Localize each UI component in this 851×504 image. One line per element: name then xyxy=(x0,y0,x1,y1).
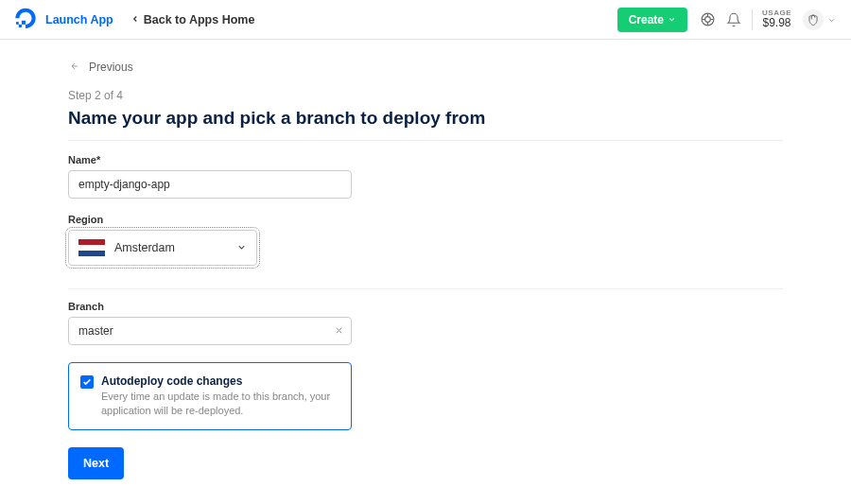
divider xyxy=(68,288,783,289)
launch-app-link[interactable]: Launch App xyxy=(45,13,113,26)
back-to-apps-home-link[interactable]: Back to Apps Home xyxy=(130,13,255,26)
svg-point-1 xyxy=(704,17,710,23)
usage-amount: $9.98 xyxy=(762,17,791,29)
digitalocean-logo-icon xyxy=(15,8,36,32)
arrow-left-icon xyxy=(68,61,81,74)
main-content: Previous Step 2 of 4 Name your app and p… xyxy=(0,40,851,500)
divider xyxy=(68,140,783,141)
clear-branch-icon[interactable] xyxy=(334,322,344,339)
chevron-down-icon xyxy=(668,13,676,26)
autodeploy-checkbox[interactable] xyxy=(80,375,94,389)
name-field-label: Name* xyxy=(68,154,783,165)
next-button-label: Next xyxy=(83,457,109,470)
app-name-input[interactable] xyxy=(68,170,352,199)
next-button[interactable]: Next xyxy=(68,447,124,479)
autodeploy-title: Autodeploy code changes xyxy=(101,374,339,388)
autodeploy-option[interactable]: Autodeploy code changes Every time an up… xyxy=(68,362,352,430)
brand-area: Launch App xyxy=(15,8,113,32)
create-button-label: Create xyxy=(629,13,664,26)
chevron-down-icon xyxy=(236,239,247,256)
region-field-label: Region xyxy=(68,214,783,225)
region-select[interactable]: Amsterdam xyxy=(68,230,257,266)
chevron-down-icon xyxy=(827,11,836,28)
create-button[interactable]: Create xyxy=(617,8,687,32)
usage-display: USAGE $9.98 xyxy=(762,9,791,30)
avatar-icon xyxy=(803,9,824,30)
previous-label: Previous xyxy=(89,61,133,74)
wizard-step-indicator: Step 2 of 4 xyxy=(68,89,783,102)
page-title: Name your app and pick a branch to deplo… xyxy=(68,108,783,129)
account-dropdown[interactable] xyxy=(803,9,836,30)
branch-field-label: Branch xyxy=(68,301,783,312)
region-selected-value: Amsterdam xyxy=(114,241,227,254)
branch-input[interactable] xyxy=(68,317,352,345)
notifications-icon[interactable] xyxy=(725,11,742,28)
chevron-left-icon xyxy=(130,13,140,26)
previous-link[interactable]: Previous xyxy=(68,61,783,74)
autodeploy-description: Every time an update is made to this bra… xyxy=(101,390,339,418)
top-nav-bar: Launch App Back to Apps Home Create USAG… xyxy=(0,0,851,40)
support-icon[interactable] xyxy=(699,11,716,28)
back-link-label: Back to Apps Home xyxy=(144,13,255,26)
netherlands-flag-icon xyxy=(78,239,105,256)
